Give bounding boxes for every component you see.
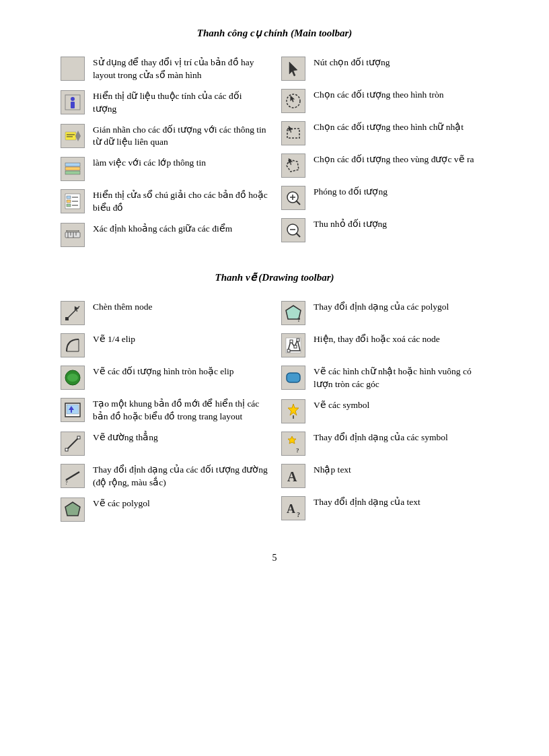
legend-text: Hiển thị cửa sổ chú giải cho các bản đồ … [93, 189, 268, 215]
svg-rect-7 [65, 132, 76, 140]
main-item-select-region: Chọn các đối tượng theo vùng được vẽ ra [274, 149, 495, 182]
measure-icon [61, 223, 85, 247]
svg-rect-13 [65, 167, 80, 170]
label-icon [61, 124, 85, 148]
main-item-zoom-in: Phóng to đối tượng [274, 182, 495, 214]
drawing-toolbar-section: Thanh vẽ (Drawing toolbar) Chèn thêm nod… [54, 271, 495, 526]
main-item-measure: Xác định khoảng cách giữa các điểm [54, 219, 274, 251]
drawing-item-insert-text: A Nhập text [274, 460, 495, 492]
drawing-item-change-line-style: ? Thay đổi định dạng của các đối tượng đ… [54, 460, 274, 493]
drawing-item-change-symbol-style: ? Thay đổi định dạng của các symbol [274, 427, 495, 460]
svg-rect-83 [294, 345, 297, 348]
edit-nodes-text: Hiện, thay đổi hoặc xoá các node [314, 333, 488, 346]
change-text-style-icon: A ? [281, 496, 305, 520]
svg-rect-0 [64, 60, 81, 77]
drawing-item-draw-symbol: Vẽ các symbol [274, 395, 495, 427]
change-polygon-style-icon: ? [281, 301, 305, 325]
map-frame-icon [61, 398, 85, 422]
svg-rect-84 [297, 339, 299, 341]
svg-text:A: A [287, 502, 295, 516]
draw-polygon-text: Vẽ các polygol [93, 497, 268, 510]
draw-symbol-icon [281, 399, 305, 423]
draw-rounded-rect-icon [281, 366, 305, 390]
drawing-item-map-frame: Tạo một khung bản đồ mới để hiển thị các… [54, 394, 274, 427]
svg-point-3 [71, 97, 75, 101]
main-item-legend: Hiển thị cửa sổ chú giải cho các bản đồ … [54, 185, 274, 219]
main-item-select: Nút chọn đối tượng [274, 53, 495, 85]
draw-rounded-rect-text: Vẽ các hình chữ nhật hoặc hình vuông có … [314, 366, 488, 391]
layer-text: làm việc với các lớp thông tin [93, 157, 268, 170]
change-polygon-style-text: Thay đổi định dạng của các polygol [314, 301, 488, 314]
select-region-icon [281, 153, 305, 178]
layer-icon [61, 157, 85, 181]
page-number: 5 [54, 553, 495, 563]
draw-polygon-icon [61, 497, 85, 522]
info-icon [61, 90, 85, 114]
svg-rect-12 [65, 163, 80, 166]
main-item-label: Gián nhãn cho các đối tượng với các thôn… [54, 120, 274, 153]
insert-node-icon [61, 301, 85, 325]
drawing-item-draw-circle: Vẽ các đối tượng hình tròn hoặc elip [54, 362, 274, 394]
edit-nodes-icon [281, 333, 305, 357]
svg-rect-54 [65, 317, 69, 320]
drawing-item-change-text-style: A ? Thay đổi định dạng của text [274, 492, 495, 524]
main-item-pan: ☞ Sử dụng để thay đổi vị trí của bản đồ … [54, 53, 274, 86]
svg-rect-82 [290, 340, 293, 343]
select-rect-icon [281, 121, 305, 145]
change-text-style-text: Thay đổi định dạng của text [314, 496, 488, 509]
svg-point-61 [67, 374, 78, 382]
select-icon [281, 57, 305, 81]
insert-text-icon: A [281, 464, 305, 488]
main-toolbar-title: Thanh công cụ chính (Main toolbar) [54, 27, 495, 39]
quarter-ellipse-text: Vẽ 1/4 elip [93, 333, 268, 346]
pan-icon: ☞ [61, 57, 85, 81]
select-rect-text: Chọn các đối tượng theo hình chữ nhật [314, 121, 488, 134]
draw-line-icon [61, 432, 85, 456]
main-item-layer: làm việc với các lớp thông tin [54, 153, 274, 185]
svg-rect-86 [287, 373, 300, 382]
svg-rect-17 [67, 196, 71, 199]
svg-rect-21 [67, 204, 71, 207]
map-frame-text: Tạo một khung bản đồ mới để hiển thị các… [93, 398, 268, 423]
quarter-ellipse-icon [61, 333, 85, 357]
legend-icon [61, 189, 85, 213]
svg-text:A: A [287, 469, 297, 484]
zoom-out-icon [281, 218, 305, 242]
svg-rect-14 [65, 171, 80, 174]
main-toolbar-section: Thanh công cụ chính (Main toolbar) ☞ Sử … [54, 27, 495, 251]
change-symbol-style-icon: ? [281, 432, 305, 456]
zoom-in-icon [281, 186, 305, 210]
svg-rect-68 [65, 448, 68, 451]
select-region-text: Chọn các đối tượng theo vùng được vẽ ra [314, 153, 488, 166]
zoom-out-text: Thu nhỏ đối tượng [314, 218, 488, 231]
drawing-item-quarter-ellipse: Vẽ 1/4 elip [54, 329, 274, 362]
measure-text: Xác định khoảng cách giữa các điểm [93, 223, 268, 236]
drawing-item-draw-line: Vẽ đường thẳng [54, 427, 274, 460]
svg-text:?: ? [296, 447, 299, 453]
drawing-item-draw-rounded-rect: Vẽ các hình chữ nhật hoặc hình vuông có … [274, 362, 495, 395]
draw-circle-text: Vẽ các đối tượng hình tròn hoặc elip [93, 366, 268, 378]
svg-rect-90 [285, 435, 302, 452]
draw-line-text: Vẽ đường thẳng [93, 432, 268, 444]
drawing-item-edit-nodes: Hiện, thay đổi hoặc xoá các node [274, 329, 495, 362]
select-circle-text: Chọn các đối tượng theo hình tròn [314, 89, 488, 102]
change-symbol-style-text: Thay đổi định dạng của các symbol [314, 432, 488, 444]
pan-text: Sử dụng để thay đổi vị trí của bản đồ ha… [93, 57, 268, 82]
select-circle-icon [281, 89, 305, 113]
svg-text:?: ? [297, 511, 300, 518]
select-text: Nút chọn đối tượng [314, 57, 488, 69]
drawing-toolbar-title: Thanh vẽ (Drawing toolbar) [54, 271, 495, 283]
svg-rect-19 [67, 200, 71, 203]
info-text: Hiển thị dữ liệu thuộc tính của các đối … [93, 90, 268, 116]
svg-rect-81 [287, 349, 290, 352]
draw-symbol-text: Vẽ các symbol [314, 399, 488, 412]
change-line-style-text: Thay đổi định dạng của các đối tượng đườ… [93, 464, 268, 489]
main-item-select-circle: Chọn các đối tượng theo hình tròn [274, 85, 495, 117]
insert-node-text: Chèn thêm node [93, 301, 268, 314]
main-item-select-rect: Chọn các đối tượng theo hình chữ nhật [274, 117, 495, 149]
insert-text-text: Nhập text [314, 464, 488, 477]
main-item-zoom-out: Thu nhỏ đối tượng [274, 214, 495, 246]
svg-text:?: ? [297, 316, 301, 322]
drawing-item-change-polygon-style: ? Thay đổi định dạng của các polygol [274, 297, 495, 329]
draw-circle-icon [61, 366, 85, 390]
